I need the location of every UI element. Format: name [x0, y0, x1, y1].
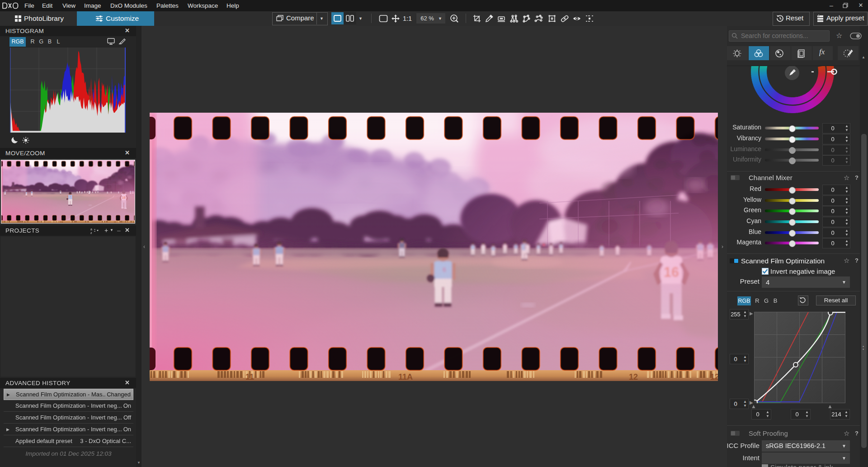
- svg-text:a: a: [90, 228, 92, 231]
- svg-text:z: z: [90, 231, 92, 234]
